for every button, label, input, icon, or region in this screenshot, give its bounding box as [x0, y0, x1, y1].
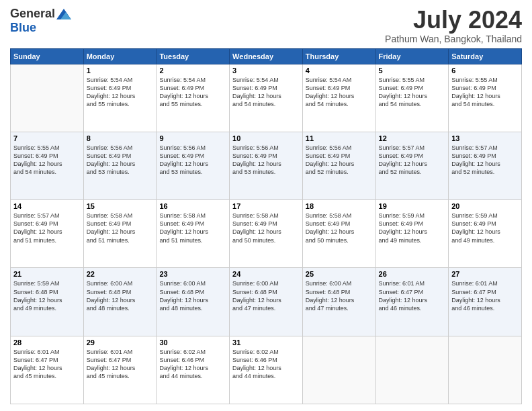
table-row: 22Sunrise: 6:00 AMSunset: 6:48 PMDayligh…	[83, 268, 157, 336]
day-info: Sunrise: 5:57 AMSunset: 6:49 PMDaylight:…	[13, 212, 81, 244]
day-number: 23	[159, 270, 226, 278]
day-info: Sunrise: 6:02 AMSunset: 6:46 PMDaylight:…	[159, 348, 226, 381]
day-number: 5	[379, 66, 446, 75]
table-row: 9Sunrise: 5:56 AMSunset: 6:49 PMDaylight…	[157, 132, 230, 199]
table-row: 12Sunrise: 5:57 AMSunset: 6:49 PMDayligh…	[375, 132, 449, 199]
day-info: Sunrise: 5:58 AMSunset: 6:49 PMDaylight:…	[159, 212, 226, 244]
day-info: Sunrise: 6:00 AMSunset: 6:48 PMDaylight:…	[232, 279, 300, 312]
day-info: Sunrise: 5:55 AMSunset: 6:49 PMDaylight:…	[13, 144, 81, 177]
day-number: 19	[379, 202, 446, 210]
day-info: Sunrise: 5:56 AMSunset: 6:49 PMDaylight:…	[159, 144, 226, 177]
table-row: 5Sunrise: 5:55 AMSunset: 6:49 PMDaylight…	[375, 64, 449, 132]
day-info: Sunrise: 5:56 AMSunset: 6:49 PMDaylight:…	[306, 144, 373, 177]
table-row: 13Sunrise: 5:57 AMSunset: 6:49 PMDayligh…	[449, 132, 522, 199]
day-number: 4	[306, 66, 373, 75]
title-section: July 2024 Pathum Wan, Bangkok, Thailand	[385, 7, 522, 44]
table-row: 4Sunrise: 5:54 AMSunset: 6:49 PMDaylight…	[302, 64, 375, 132]
col-sunday: Sunday	[11, 48, 84, 64]
day-number: 10	[232, 134, 300, 142]
calendar-week-row: 7Sunrise: 5:55 AMSunset: 6:49 PMDaylight…	[11, 132, 522, 199]
table-row: 17Sunrise: 5:58 AMSunset: 6:49 PMDayligh…	[230, 200, 303, 268]
day-number: 17	[232, 202, 300, 210]
logo: General Blue	[10, 7, 71, 35]
day-info: Sunrise: 6:01 AMSunset: 6:47 PMDaylight:…	[379, 279, 446, 312]
col-monday: Monday	[83, 48, 157, 64]
month-year: July 2024	[385, 7, 522, 34]
day-info: Sunrise: 5:54 AMSunset: 6:49 PMDaylight:…	[159, 76, 226, 109]
day-number: 30	[159, 338, 226, 347]
table-row: 20Sunrise: 5:59 AMSunset: 6:49 PMDayligh…	[449, 200, 522, 268]
day-info: Sunrise: 6:01 AMSunset: 6:47 PMDaylight:…	[13, 348, 81, 381]
page: General Blue July 2024 Pathum Wan, Bangk…	[0, 0, 532, 411]
day-number: 20	[451, 202, 519, 210]
table-row: 23Sunrise: 6:00 AMSunset: 6:48 PMDayligh…	[157, 268, 230, 336]
day-number: 25	[306, 270, 373, 278]
table-row: 7Sunrise: 5:55 AMSunset: 6:49 PMDaylight…	[11, 132, 84, 199]
day-number: 31	[232, 338, 300, 347]
day-info: Sunrise: 5:54 AMSunset: 6:49 PMDaylight:…	[232, 76, 300, 109]
table-row: 19Sunrise: 5:59 AMSunset: 6:49 PMDayligh…	[375, 200, 449, 268]
calendar-table: Sunday Monday Tuesday Wednesday Thursday…	[10, 48, 522, 404]
col-thursday: Thursday	[302, 48, 375, 64]
logo-icon	[56, 9, 71, 19]
table-row: 8Sunrise: 5:56 AMSunset: 6:49 PMDaylight…	[83, 132, 157, 199]
day-info: Sunrise: 5:58 AMSunset: 6:49 PMDaylight:…	[232, 212, 300, 244]
day-number: 27	[451, 270, 519, 278]
calendar-header-row: Sunday Monday Tuesday Wednesday Thursday…	[11, 48, 522, 64]
table-row: 25Sunrise: 6:00 AMSunset: 6:48 PMDayligh…	[302, 268, 375, 336]
day-info: Sunrise: 5:55 AMSunset: 6:49 PMDaylight:…	[451, 76, 519, 109]
calendar-week-row: 21Sunrise: 5:59 AMSunset: 6:48 PMDayligh…	[11, 268, 522, 336]
table-row	[11, 64, 84, 132]
table-row: 15Sunrise: 5:58 AMSunset: 6:49 PMDayligh…	[83, 200, 157, 268]
logo-blue-text: Blue	[10, 21, 36, 35]
day-number: 8	[87, 134, 154, 142]
table-row: 30Sunrise: 6:02 AMSunset: 6:46 PMDayligh…	[157, 336, 230, 404]
table-row	[375, 336, 449, 404]
day-info: Sunrise: 5:58 AMSunset: 6:49 PMDaylight:…	[306, 212, 373, 244]
col-friday: Friday	[375, 48, 449, 64]
table-row	[449, 336, 522, 404]
day-info: Sunrise: 6:01 AMSunset: 6:47 PMDaylight:…	[87, 348, 154, 381]
table-row: 29Sunrise: 6:01 AMSunset: 6:47 PMDayligh…	[83, 336, 157, 404]
table-row: 11Sunrise: 5:56 AMSunset: 6:49 PMDayligh…	[302, 132, 375, 199]
day-number: 22	[87, 270, 154, 278]
col-saturday: Saturday	[449, 48, 522, 64]
day-info: Sunrise: 5:59 AMSunset: 6:49 PMDaylight:…	[451, 212, 519, 244]
table-row: 3Sunrise: 5:54 AMSunset: 6:49 PMDaylight…	[230, 64, 303, 132]
day-number: 2	[159, 66, 226, 75]
table-row: 26Sunrise: 6:01 AMSunset: 6:47 PMDayligh…	[375, 268, 449, 336]
day-info: Sunrise: 5:54 AMSunset: 6:49 PMDaylight:…	[87, 76, 154, 109]
day-number: 1	[87, 66, 154, 75]
day-number: 15	[87, 202, 154, 210]
table-row: 6Sunrise: 5:55 AMSunset: 6:49 PMDaylight…	[449, 64, 522, 132]
table-row: 24Sunrise: 6:00 AMSunset: 6:48 PMDayligh…	[230, 268, 303, 336]
table-row: 28Sunrise: 6:01 AMSunset: 6:47 PMDayligh…	[11, 336, 84, 404]
day-info: Sunrise: 5:57 AMSunset: 6:49 PMDaylight:…	[379, 144, 446, 177]
day-info: Sunrise: 5:55 AMSunset: 6:49 PMDaylight:…	[379, 76, 446, 109]
location: Pathum Wan, Bangkok, Thailand	[385, 34, 522, 44]
table-row: 21Sunrise: 5:59 AMSunset: 6:48 PMDayligh…	[11, 268, 84, 336]
table-row: 16Sunrise: 5:58 AMSunset: 6:49 PMDayligh…	[157, 200, 230, 268]
day-number: 21	[13, 270, 81, 278]
day-number: 28	[13, 338, 81, 347]
day-info: Sunrise: 5:56 AMSunset: 6:49 PMDaylight:…	[232, 144, 300, 177]
col-tuesday: Tuesday	[157, 48, 230, 64]
table-row: 1Sunrise: 5:54 AMSunset: 6:49 PMDaylight…	[83, 64, 157, 132]
day-number: 3	[232, 66, 300, 75]
day-info: Sunrise: 6:00 AMSunset: 6:48 PMDaylight:…	[159, 279, 226, 312]
day-info: Sunrise: 5:59 AMSunset: 6:49 PMDaylight:…	[379, 212, 446, 244]
table-row: 18Sunrise: 5:58 AMSunset: 6:49 PMDayligh…	[302, 200, 375, 268]
day-info: Sunrise: 5:57 AMSunset: 6:49 PMDaylight:…	[451, 144, 519, 177]
day-number: 11	[306, 134, 373, 142]
table-row: 10Sunrise: 5:56 AMSunset: 6:49 PMDayligh…	[230, 132, 303, 199]
day-info: Sunrise: 6:02 AMSunset: 6:46 PMDaylight:…	[232, 348, 300, 381]
day-number: 13	[451, 134, 519, 142]
day-number: 14	[13, 202, 81, 210]
header: General Blue July 2024 Pathum Wan, Bangk…	[10, 7, 522, 44]
calendar-week-row: 14Sunrise: 5:57 AMSunset: 6:49 PMDayligh…	[11, 200, 522, 268]
day-number: 18	[306, 202, 373, 210]
table-row: 31Sunrise: 6:02 AMSunset: 6:46 PMDayligh…	[230, 336, 303, 404]
day-info: Sunrise: 6:00 AMSunset: 6:48 PMDaylight:…	[87, 279, 154, 312]
day-info: Sunrise: 5:54 AMSunset: 6:49 PMDaylight:…	[306, 76, 373, 109]
calendar-week-row: 1Sunrise: 5:54 AMSunset: 6:49 PMDaylight…	[11, 64, 522, 132]
